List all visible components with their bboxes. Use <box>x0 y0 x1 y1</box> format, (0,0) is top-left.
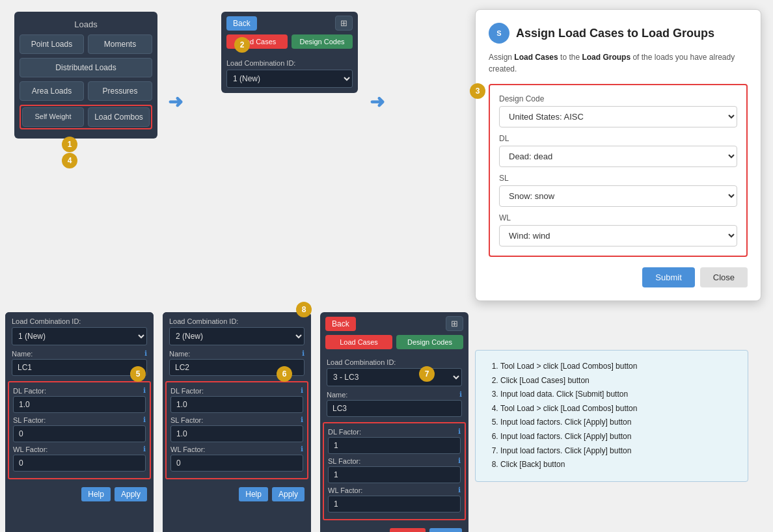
wl-select[interactable]: Wind: wind <box>499 225 737 246</box>
form1-wl-label: WL Factor: <box>13 446 143 453</box>
instruction-8: Click [Back] button <box>500 458 736 472</box>
self-weight-btn[interactable]: Self Weight <box>22 107 84 127</box>
grid-icon-form3[interactable]: ⊞ <box>446 316 463 331</box>
dl-select[interactable]: Dead: dead <box>499 146 737 167</box>
badge-8: 8 <box>296 302 312 317</box>
load-combos-btn[interactable]: Load Combos <box>88 107 150 127</box>
loads-panel: Loads Point Loads Moments Distributed Lo… <box>14 12 157 139</box>
dialog-title: Assign Load Cases to Load Groups <box>516 27 714 40</box>
form3-dl-info[interactable]: ℹ <box>458 427 461 436</box>
badge-2: 2 <box>234 37 250 53</box>
form1-wl-info[interactable]: ℹ <box>143 445 146 453</box>
form3-id-select[interactable]: 3 - LC3 <box>327 368 462 386</box>
badge-6: 6 <box>277 366 292 382</box>
form2-sl-info[interactable]: ℹ <box>301 416 303 424</box>
form1-sl-label: SL Factor: <box>13 416 143 424</box>
form3-name-input[interactable] <box>327 400 462 417</box>
form1-name-label: Name: <box>12 350 144 358</box>
arrow-1: ➜ <box>168 91 183 113</box>
dialog-desc: Assign Load Cases to the Load Groups of … <box>489 51 748 75</box>
skyciv-logo: S <box>489 23 509 44</box>
combo-id-label-top: Load Combination ID: <box>226 59 353 67</box>
form1-name-info[interactable]: ℹ <box>144 349 147 358</box>
form2-id-label: Load Combination ID: <box>169 317 305 325</box>
pressures-btn[interactable]: Pressures <box>88 81 152 101</box>
tab-load-cases-form3[interactable]: Load Cases <box>325 335 392 349</box>
form3-dl-input[interactable] <box>328 437 461 454</box>
back-btn-form3[interactable]: Back <box>325 317 356 331</box>
form2-name-info[interactable]: ℹ <box>302 349 305 358</box>
instruction-6: Input load factors. Click [Apply] button <box>500 430 736 444</box>
load-form-3: Load Combination ID: 3 - LC3 Name: ℹ DL … <box>320 353 468 532</box>
form1-sl-input[interactable] <box>13 425 146 442</box>
form2-dl-info[interactable]: ℹ <box>301 386 303 395</box>
badge-3: 3 <box>470 83 485 99</box>
form2-id-select[interactable]: 2 (New) <box>169 327 305 345</box>
form3-sl-input[interactable] <box>328 466 461 483</box>
form1-help-btn[interactable]: Help <box>81 487 111 501</box>
design-code-label: Design Code <box>499 94 737 103</box>
instructions-list: Tool Load > click [Load Combos] button C… <box>487 360 736 472</box>
moments-btn[interactable]: Moments <box>88 34 152 54</box>
form3-wrapper: Back ⊞ Load Cases Design Codes Load Comb… <box>320 312 468 532</box>
instructions-box: Tool Load > click [Load Combos] button C… <box>475 350 748 482</box>
form1-dl-input[interactable] <box>13 396 146 413</box>
instruction-5: Input load factors. Click [Apply] button <box>500 416 736 430</box>
form3-name-label: Name: <box>327 391 459 399</box>
form1-sl-info[interactable]: ℹ <box>143 416 146 424</box>
tab-design-codes-top[interactable]: Design Codes <box>292 34 353 49</box>
wl-label: WL <box>499 213 737 222</box>
form3-name-info[interactable]: ℹ <box>459 390 462 399</box>
form2-help-btn[interactable]: Help <box>239 487 268 501</box>
loads-panel-title: Loads <box>20 17 152 34</box>
instruction-3: Input load data. Click [Submit] button <box>500 388 736 402</box>
grid-icon-top[interactable]: ⊞ <box>335 16 353 31</box>
form1-dl-info[interactable]: ℹ <box>143 386 146 395</box>
form3-sl-label: SL Factor: <box>328 457 458 465</box>
form3-id-label: Load Combination ID: <box>327 358 462 366</box>
form2-wl-info[interactable]: ℹ <box>301 445 303 453</box>
point-loads-btn[interactable]: Point Loads <box>20 34 84 54</box>
bottom-forms-row: Load Combination ID: 1 (New) Name: ℹ DL … <box>5 312 468 532</box>
design-code-select[interactable]: United States: AISC <box>499 106 737 127</box>
form2-sl-label: SL Factor: <box>170 416 301 424</box>
area-loads-btn[interactable]: Area Loads <box>20 81 84 101</box>
form1-id-select[interactable]: 1 (New) <box>12 327 147 345</box>
form1-name-input[interactable] <box>12 359 147 376</box>
form3-apply-btn[interactable]: Apply <box>429 528 462 532</box>
form2-wl-label: WL Factor: <box>170 446 301 453</box>
combo-id-select-top[interactable]: 1 (New) <box>226 70 353 88</box>
instruction-1: Tool Load > click [Load Combos] button <box>500 360 736 374</box>
badge-1: 1 <box>62 137 77 152</box>
form1-dl-label: DL Factor: <box>13 387 143 395</box>
form3-delete-btn[interactable]: Delete <box>390 528 426 532</box>
load-form-1: Load Combination ID: 1 (New) Name: ℹ DL … <box>5 312 154 532</box>
form2-sl-input[interactable] <box>170 425 303 442</box>
load-form-2: Load Combination ID: 2 (New) Name: ℹ DL … <box>163 312 311 532</box>
distributed-loads-btn[interactable]: Distributed Loads <box>20 58 152 77</box>
svg-text:S: S <box>496 29 501 37</box>
close-btn[interactable]: Close <box>700 267 748 287</box>
form3-dl-label: DL Factor: <box>328 428 458 436</box>
form3-sl-info[interactable]: ℹ <box>458 457 461 465</box>
form2-dl-label: DL Factor: <box>170 387 301 395</box>
instruction-2: Click [Load Cases] button <box>500 374 736 388</box>
assign-dialog: S Assign Load Cases to Load Groups Assig… <box>475 9 761 301</box>
submit-btn[interactable]: Submit <box>642 267 694 287</box>
form3-wl-input[interactable] <box>328 496 461 512</box>
form2-wl-input[interactable] <box>170 455 303 472</box>
back-btn-top[interactable]: Back <box>226 16 257 31</box>
form3-wl-label: WL Factor: <box>328 486 458 494</box>
form3-wl-info[interactable]: ℹ <box>458 486 461 494</box>
instruction-7: Input load factors. Click [Apply] button <box>500 444 736 459</box>
tab-design-codes-form3[interactable]: Design Codes <box>396 335 463 349</box>
form2-dl-input[interactable] <box>170 396 303 413</box>
form1-id-label: Load Combination ID: <box>12 317 147 325</box>
form1-wl-input[interactable] <box>13 455 146 472</box>
form2-name-label: Name: <box>169 350 302 358</box>
arrow-2: ➜ <box>370 91 385 113</box>
form1-apply-btn[interactable]: Apply <box>115 487 147 501</box>
form2-apply-btn[interactable]: Apply <box>272 487 305 501</box>
sl-select[interactable]: Snow: snow <box>499 185 737 207</box>
sl-label: SL <box>499 174 737 183</box>
